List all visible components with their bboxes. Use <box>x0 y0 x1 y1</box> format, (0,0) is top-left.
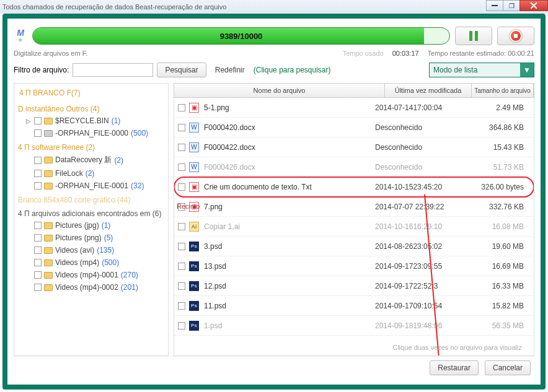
file-row[interactable]: WF0000426.docxDesconhecido51.73 KB <box>174 157 534 177</box>
tree-checkbox[interactable] <box>34 170 42 177</box>
file-row[interactable]: WF0000420.docxDesconhecido364.86 KB <box>174 118 534 137</box>
minimize-button[interactable] <box>486 0 503 11</box>
file-modified: Desconhecido <box>375 143 468 152</box>
file-checkbox[interactable] <box>178 302 185 310</box>
view-mode-dropdown[interactable]: Modo de lista ▼ <box>429 63 534 77</box>
tree-item[interactable]: Videos (mp4)-0001 (270) <box>25 269 166 281</box>
tree-item[interactable]: ▷$RECYCLE.BIN (1) <box>25 115 166 127</box>
pause-button[interactable] <box>455 27 492 45</box>
expand-icon[interactable]: ▷ <box>25 118 32 124</box>
restore-button[interactable]: Restaurar <box>430 360 479 375</box>
chevron-down-icon: ▼ <box>520 63 534 77</box>
close-icon <box>530 2 537 9</box>
folder-icon <box>44 183 53 189</box>
file-row[interactable]: Ps13.psd2014-09-1723:09:5516.69 MB <box>174 256 534 276</box>
file-modified: 2014-09-1722:52:3 <box>375 282 468 290</box>
tree-checkbox[interactable] <box>34 284 42 291</box>
doubleclick-hint: Clique duas vezes no arquivo para visual… <box>392 344 522 351</box>
file-name: Copiar 1,ai <box>204 222 375 231</box>
file-name: 12.psd <box>204 282 375 290</box>
file-row[interactable]: Ps11.psd2014-09-1709:10:5415.82 MB <box>174 296 534 316</box>
tree-checkbox[interactable] <box>34 117 42 124</box>
stop-button[interactable] <box>497 27 534 45</box>
file-row[interactable]: ▣Crie um documento de texto. Txt2014-10-… <box>174 177 534 197</box>
cancel-button[interactable]: Cancelar <box>485 360 531 375</box>
tree-item[interactable]: -ORPHAN_FILE-0000 (500) <box>25 127 166 139</box>
tree-checkbox[interactable] <box>34 259 42 266</box>
tree-item[interactable]: Videos (mp4) (500) <box>25 256 166 269</box>
time-used-label: Tempo usado <box>343 50 384 57</box>
footer-buttons: Restaurar Cancelar <box>14 356 534 378</box>
tree-checkbox[interactable] <box>34 129 42 137</box>
maximize-button[interactable]: ❐ <box>503 0 520 11</box>
file-size: 2.49 MB <box>468 103 530 112</box>
tree-item-label: -ORPHAN_FILE-0001 (32) <box>55 181 144 190</box>
file-row[interactable]: AiCopiar 1,ai2014-10-1616:29:1016.08 MB <box>174 217 534 237</box>
file-checkbox[interactable] <box>178 223 185 230</box>
file-row[interactable]: WF0000422.docxDesconhecido15.43 KB <box>174 137 534 157</box>
tree-section[interactable]: 4 Π software Renee (2) <box>17 139 166 153</box>
folder-icon <box>44 222 53 229</box>
tree-item[interactable]: Pictures (jpg) (1) <box>25 219 166 232</box>
file-row[interactable]: ▣Recinto7.png2014-07-07 22:39:22332.76 K… <box>174 197 534 217</box>
reset-link[interactable]: Redefinir <box>210 66 250 74</box>
file-size: 56.35 MB <box>468 321 530 330</box>
file-row[interactable]: Ps12.psd2014-09-1722:52:316.33 MB <box>174 276 534 296</box>
tree-item-label: Pictures (png) (5) <box>55 233 113 242</box>
file-size: 364.86 KB <box>468 123 530 132</box>
tree-item[interactable]: FileLock (2) <box>25 167 166 180</box>
column-modified[interactable]: Última vez modificada <box>385 84 472 97</box>
file-modified: 2014-10-1616:29:10 <box>375 222 468 231</box>
tree-checkbox[interactable] <box>34 222 42 229</box>
tree-checkbox[interactable] <box>34 271 42 279</box>
column-filename[interactable]: Nome do arquivo <box>174 84 385 97</box>
tree-item[interactable]: Videos (mp4)-0002 (201) <box>25 281 166 294</box>
file-checkbox[interactable] <box>178 104 185 111</box>
file-checkbox[interactable] <box>178 263 185 270</box>
tree-checkbox[interactable] <box>34 246 42 254</box>
file-checkbox[interactable] <box>178 163 185 171</box>
search-button[interactable]: Pesquisar <box>157 63 206 77</box>
file-checkbox[interactable] <box>178 322 185 329</box>
tree-item[interactable]: -ORPHAN_FILE-0001 (32) <box>25 180 166 192</box>
file-row[interactable]: Ps1.psd2014-09-1819:48:0656.35 MB <box>174 316 534 336</box>
tree-item-label: $RECYCLE.BIN (1) <box>55 116 120 125</box>
file-filter-input[interactable] <box>73 63 153 77</box>
file-checkbox[interactable] <box>178 124 185 131</box>
tree-item[interactable]: Videos (avi) (135) <box>25 244 166 256</box>
file-type-icon: W <box>189 162 199 172</box>
file-modified: Desconhecido <box>375 123 468 132</box>
view-mode-value: Modo de lista <box>433 66 477 74</box>
time-used-value: 00:03:17 <box>392 50 419 57</box>
folder-tree-panel[interactable]: 4 Π BRANCO F(7)D instantâneo Outros (4)▷… <box>14 83 169 356</box>
file-name: F0000422.docx <box>204 143 375 152</box>
tree-checkbox[interactable] <box>34 234 42 242</box>
file-modified: 2014-09-1723:09:55 <box>375 262 468 271</box>
file-name: 7.png <box>204 203 375 211</box>
tree-item[interactable]: DataRecovery 新 (2) <box>25 153 166 167</box>
file-checkbox[interactable] <box>178 243 185 250</box>
file-checkbox[interactable] <box>178 144 185 151</box>
tree-section[interactable]: D instantâneo Outros (4) <box>17 101 166 115</box>
tree-item-label: DataRecovery 新 (2) <box>55 155 123 165</box>
column-size[interactable]: Tamanho do arquivo <box>472 84 534 97</box>
tree-checkbox[interactable] <box>34 182 42 189</box>
file-type-icon: ▣ <box>189 182 199 192</box>
tree-section[interactable]: Branco 854x480 corte gráfico (44) <box>17 192 166 206</box>
file-modified: 2014-07-07 22:39:22 <box>375 203 468 211</box>
file-row[interactable]: Ps3.psd2014-08-2623:05:0219.60 MB <box>174 237 534 256</box>
inner-layout: M✳ 9389/10000 Digitalize arquivos em F. … <box>14 25 534 378</box>
close-button[interactable] <box>519 0 548 11</box>
tree-checkbox[interactable] <box>34 157 42 164</box>
file-row[interactable]: ▣5-1.png2014-07-1417:00:042.49 MB <box>174 98 534 118</box>
file-checkbox[interactable] <box>178 282 185 290</box>
stop-icon <box>510 30 522 42</box>
file-list[interactable]: ▣5-1.png2014-07-1417:00:042.49 MBWF00004… <box>174 98 534 356</box>
file-size: 16.33 MB <box>468 282 530 290</box>
scan-progress-bar: 9389/10000 <box>32 27 450 45</box>
file-checkbox[interactable] <box>178 183 185 191</box>
file-name: 5-1.png <box>204 103 375 112</box>
tree-section[interactable]: 4 Π arquivos adicionais encontrados em (… <box>17 206 166 219</box>
filter-label: Filtro de arquivo: <box>14 66 69 74</box>
tree-item[interactable]: Pictures (png) (5) <box>25 232 166 244</box>
